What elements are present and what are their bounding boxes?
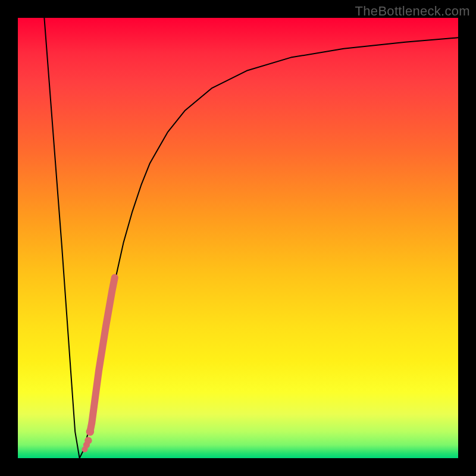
curve-svg xyxy=(18,18,458,458)
bottleneck-curve xyxy=(44,18,458,458)
plot-area xyxy=(18,18,458,458)
highlight-stroke xyxy=(90,278,114,432)
highlight-dot xyxy=(86,428,95,436)
highlight-markers xyxy=(82,278,114,453)
highlight-dot xyxy=(84,437,92,444)
chart-frame: TheBottleneck.com xyxy=(0,0,476,476)
watermark-text: TheBottleneck.com xyxy=(355,4,470,19)
